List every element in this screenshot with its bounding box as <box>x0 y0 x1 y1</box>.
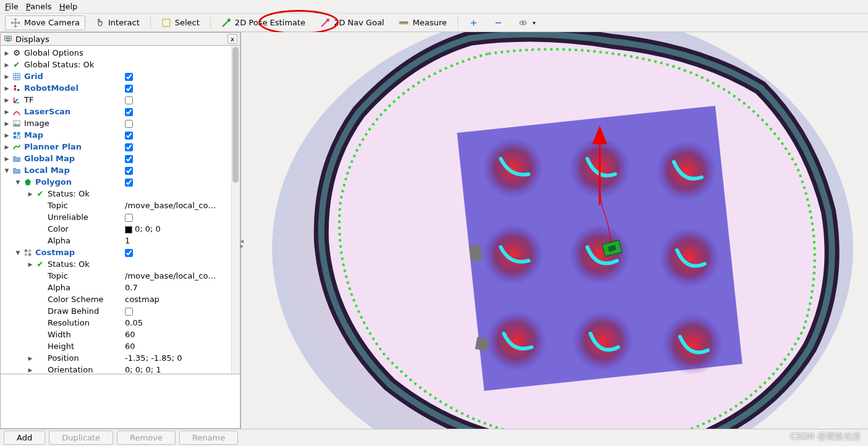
tree-item-polygon-topic[interactable]: Topic/move_base/local_co… <box>1 200 240 211</box>
focus-button[interactable]: ▾ <box>513 15 542 30</box>
displays-panel-title: Displays <box>15 35 49 44</box>
watermark: CSDN @寅恪光潜 <box>790 431 861 442</box>
menubar: File Panels Help <box>0 0 868 14</box>
description-box <box>1 374 240 428</box>
tf-checkbox[interactable] <box>125 96 133 104</box>
laserscan-icon <box>12 107 22 117</box>
grid-checkbox[interactable] <box>125 73 133 81</box>
menu-panels[interactable]: Panels <box>26 2 52 11</box>
tree-item-costmap[interactable]: ▼Costmap <box>1 246 240 258</box>
minus-button[interactable] <box>488 15 509 30</box>
svg-point-31 <box>569 224 631 285</box>
viewport-3d[interactable] <box>241 32 868 429</box>
svg-point-34 <box>572 310 634 372</box>
tree-item-color-scheme[interactable]: Color Schemecostmap <box>1 293 240 305</box>
move-camera-label: Move Camera <box>24 18 80 27</box>
svg-rect-17 <box>14 132 16 134</box>
displays-panel-header[interactable]: Displays x <box>0 32 240 46</box>
svg-rect-20 <box>17 135 20 138</box>
tree-item-color[interactable]: Color0; 0; 0 <box>1 223 240 235</box>
nav-goal-button[interactable]: 2D Nav Goal <box>315 15 390 30</box>
close-panel-button[interactable]: x <box>228 34 237 44</box>
tree-item-grid[interactable]: ▶Grid <box>1 70 240 82</box>
path-icon <box>12 142 22 152</box>
image-checkbox[interactable] <box>125 120 133 128</box>
tree-item-planner-plan[interactable]: ▶Planner Plan <box>1 141 240 153</box>
tree-item-position[interactable]: ▶Position-1.35; -1.85; 0 <box>1 352 240 364</box>
tree-item-height[interactable]: Height60 <box>1 340 240 352</box>
tree-item-global-map[interactable]: ▶Global Map <box>1 153 240 164</box>
tree-item-robotmodel[interactable]: ▶RobotModel <box>1 82 240 94</box>
svg-rect-13 <box>14 88 17 90</box>
pose-estimate-button[interactable]: 2D Pose Estimate <box>216 15 311 30</box>
tree-item-unreliable[interactable]: Unreliable <box>1 211 240 223</box>
tree-item-polygon-status[interactable]: ▶✔Status: Ok <box>1 188 240 200</box>
nav-goal-icon <box>320 18 330 28</box>
remove-button[interactable]: Remove <box>117 431 176 445</box>
check-icon: ✔ <box>12 60 22 70</box>
tree-item-draw-behind[interactable]: Draw Behind <box>1 305 240 317</box>
globalmap-checkbox[interactable] <box>125 155 133 163</box>
measure-button[interactable]: Measure <box>393 15 452 30</box>
interact-button[interactable]: Interact <box>89 15 145 30</box>
duplicate-button[interactable]: Duplicate <box>49 431 113 445</box>
tree-item-alpha[interactable]: Alpha1 <box>1 235 240 246</box>
unreliable-checkbox[interactable] <box>125 214 133 222</box>
map-icon <box>12 130 22 140</box>
plannerplan-checkbox[interactable] <box>125 143 133 151</box>
robot-icon <box>12 83 22 93</box>
tree-item-image[interactable]: ▶Image <box>1 117 240 129</box>
map-visualization <box>266 32 866 429</box>
map-checkbox[interactable] <box>125 132 133 140</box>
localmap-checkbox[interactable] <box>125 167 133 175</box>
tree-item-global-options[interactable]: ▶⚙Global Options <box>1 47 240 59</box>
tree-item-costmap-alpha[interactable]: Alpha0.7 <box>1 282 240 293</box>
tf-icon <box>12 95 22 105</box>
menu-file[interactable]: File <box>5 2 19 11</box>
plus-button[interactable] <box>463 15 484 30</box>
grid-icon <box>12 72 22 82</box>
displays-icon <box>3 34 13 44</box>
svg-point-9 <box>522 22 524 23</box>
main-area: Displays x ▶⚙Global Options ▶✔Global Sta… <box>0 32 868 429</box>
svg-point-29 <box>655 140 717 202</box>
select-button[interactable]: Select <box>156 15 205 30</box>
robotmodel-checkbox[interactable] <box>125 85 133 93</box>
tree-item-width[interactable]: Width60 <box>1 329 240 340</box>
tree-item-tf[interactable]: ▶TF <box>1 94 240 106</box>
move-camera-button[interactable]: Move Camera <box>5 15 85 30</box>
scrollbar-thumb[interactable] <box>232 47 239 183</box>
polygon-checkbox[interactable] <box>125 179 133 187</box>
svg-rect-23 <box>25 253 27 255</box>
svg-rect-18 <box>17 132 20 134</box>
tree-item-polygon[interactable]: ▼Polygon <box>1 176 240 188</box>
select-label: Select <box>175 18 200 27</box>
toolbar: Move Camera Interact Select 2D Pose Esti… <box>0 14 868 32</box>
tree-item-map[interactable]: ▶Map <box>1 129 240 141</box>
select-icon <box>161 18 171 28</box>
rename-button[interactable]: Rename <box>179 431 238 445</box>
svg-point-30 <box>482 224 544 285</box>
laserscan-checkbox[interactable] <box>125 108 133 116</box>
measure-label: Measure <box>412 18 446 27</box>
scrollbar[interactable] <box>231 46 240 374</box>
tree-item-resolution[interactable]: Resolution0.05 <box>1 317 240 329</box>
svg-point-14 <box>17 88 20 91</box>
tree-item-laserscan[interactable]: ▶LaserScan <box>1 106 240 117</box>
tree-item-global-status[interactable]: ▶✔Global Status: Ok <box>1 59 240 70</box>
costmap-checkbox[interactable] <box>125 249 133 257</box>
move-camera-icon <box>11 18 20 28</box>
svg-rect-24 <box>28 253 31 255</box>
splitter-handle[interactable]: ◀▶ <box>239 237 244 251</box>
tree-item-local-map[interactable]: ▼Local Map <box>1 164 240 176</box>
menu-help[interactable]: Help <box>59 2 78 11</box>
tree-scroll[interactable]: ▶⚙Global Options ▶✔Global Status: Ok ▶Gr… <box>1 46 240 374</box>
svg-point-27 <box>482 137 544 199</box>
add-button[interactable]: Add <box>4 431 45 445</box>
svg-rect-0 <box>163 19 170 27</box>
drawbehind-checkbox[interactable] <box>125 308 133 316</box>
tree-item-costmap-status[interactable]: ▶✔Status: Ok <box>1 258 240 270</box>
tree-item-orientation[interactable]: ▶Orientation0; 0; 0; 1 <box>1 364 240 374</box>
svg-point-16 <box>15 122 16 123</box>
tree-item-costmap-topic[interactable]: Topic/move_base/local_co… <box>1 270 240 282</box>
